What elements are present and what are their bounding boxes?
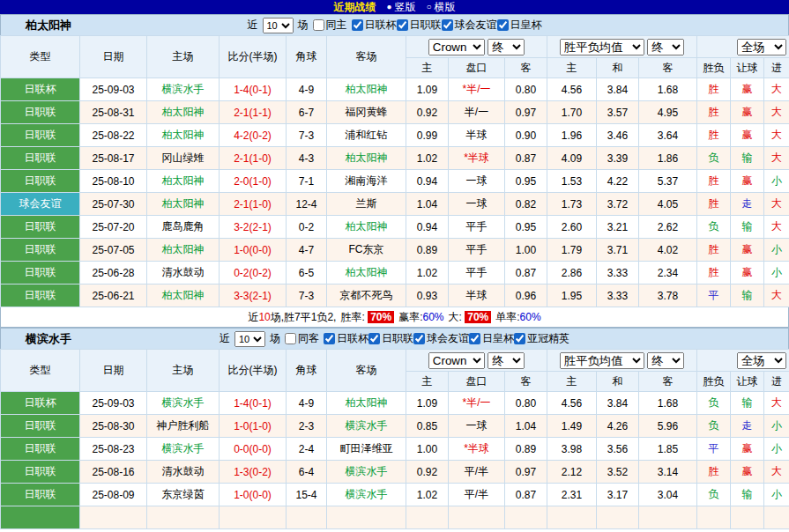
home-team-link[interactable]: 横滨水手 [147,392,220,415]
ah-final-select[interactable]: 终 [488,39,525,55]
ah-line [449,506,505,529]
ah-away-odds: 0.95 [505,216,547,239]
competition-filter[interactable]: 日联杯 [352,18,397,33]
scope-select[interactable]: 全场 [737,352,786,369]
competition-checkbox[interactable] [413,333,425,344]
match-row: 球会友谊25-07-30柏太阳神2-1(1-0)12-4兰斯1.04一球0.82… [1,193,789,216]
home-team-link[interactable]: 神户胜利船 [147,415,220,438]
eu-away-odds: 3.04 [639,484,697,506]
away-team-link[interactable]: 湘南海洋 [327,170,406,193]
layout-option-horizontal[interactable]: ○ 横版 [427,0,456,14]
result-overunder: 小 [764,170,789,193]
recent-label: 近 [220,331,230,346]
eu-home-odds: 2.60 [547,216,597,239]
competition-filter[interactable]: 日职联 [397,18,442,33]
recent-matches-table: 类型 日期 主场 比分(半场) 角球 客场 Crown 终 胜平负均值 终 全场 [0,35,789,307]
bookmaker-select[interactable]: Crown [428,39,485,55]
competition-checkbox[interactable] [368,333,380,344]
away-team-link[interactable]: 柏太阳神 [327,216,406,239]
home-team-link[interactable]: 冈山绿雉 [147,147,220,170]
competition-checkbox[interactable] [497,19,509,31]
layout-option-vertical[interactable]: ● 竖版 [386,0,415,14]
competition-filter[interactable]: 日职联 [368,331,413,346]
home-team-link[interactable]: 柏太阳神 [147,101,220,124]
away-team-link[interactable]: 京都不死鸟 [327,284,406,307]
home-team-link[interactable]: 柏太阳神 [147,239,220,262]
home-team-link[interactable]: 柏太阳神 [147,193,220,216]
home-team-link[interactable]: 鹿岛鹿角 [147,216,220,239]
match-type-badge: 日职联 [1,147,80,170]
home-team-link[interactable] [147,506,220,529]
competition-filter[interactable]: 亚冠精英 [514,331,569,346]
competition-filter[interactable]: 日皇杯 [497,18,542,33]
result-handicap: 赢 [731,438,764,461]
eu-avg-select[interactable]: 胜平负均值 [560,39,644,55]
eu-away-odds: 1.85 [639,438,697,461]
away-team-link[interactable] [327,506,406,529]
ah-home-odds: 1.02 [406,484,449,506]
away-team-link[interactable]: 横滨水手 [327,461,406,484]
competition-filter[interactable]: 球会友谊 [413,331,469,346]
home-team-link[interactable]: 柏太阳神 [147,284,220,307]
recent-count-select[interactable]: 10 [263,18,294,33]
team-name: 横滨水手 [26,331,71,347]
eu-final-select[interactable]: 终 [647,352,684,369]
competition-filter[interactable]: 球会友谊 [442,18,497,33]
bookmaker-select[interactable]: Crown [428,352,485,369]
away-team-link[interactable]: 柏太阳神 [327,147,406,170]
single-rate-label: 单率: [495,311,519,323]
away-team-link[interactable]: 柏太阳神 [327,78,406,101]
eu-home-odds: 4.56 [547,392,597,415]
away-team-link[interactable]: 横滨水手 [327,484,406,506]
profit-rate-value: 60% [423,311,444,323]
competition-label: 日皇杯 [482,331,514,346]
eu-final-select[interactable]: 终 [647,39,684,55]
away-team-link[interactable]: 町田泽维亚 [327,438,406,461]
same-venue-filter[interactable]: 同客 [285,331,319,346]
same-venue-checkbox[interactable] [285,333,296,344]
competition-checkbox[interactable] [442,19,453,31]
home-team-link[interactable]: 柏太阳神 [147,124,220,147]
away-team-link[interactable]: 柏太阳神 [327,392,406,415]
home-team-link[interactable]: 横滨水手 [147,78,220,101]
competition-filter[interactable]: 日皇杯 [469,331,514,346]
competition-checkbox[interactable] [397,19,408,31]
home-team-link[interactable]: 清水鼓动 [147,262,220,284]
ah-final-select[interactable]: 终 [488,352,525,369]
home-team-link[interactable]: 横滨水手 [147,438,220,461]
competition-checkbox[interactable] [324,333,335,344]
away-team-link[interactable]: 浦和红钻 [327,124,406,147]
away-team-link[interactable]: 横滨水手 [327,415,406,438]
same-venue-label: 同客 [298,331,319,346]
home-team-link[interactable]: 柏太阳神 [147,170,220,193]
same-venue-filter[interactable]: 同主 [313,18,347,33]
away-team-link[interactable]: 柏太阳神 [327,262,406,284]
match-score: 1-4(0-1) [220,392,287,415]
recent-matches-table: 类型 日期 主场 比分(半场) 角球 客场 Crown 终 胜平负均值 终 全场 [0,349,789,529]
match-score [220,506,287,529]
competition-checkbox[interactable] [469,333,480,344]
summary-bar: 近10场,胜7平1负2, 胜率: 70% 赢率:60% 大: 70% 单率:60… [0,307,789,328]
away-team-link[interactable]: 兰斯 [327,193,406,216]
match-score: 0-2(0-2) [220,262,287,284]
col-header-corners: 角球 [287,350,327,392]
away-team-link[interactable]: FC东京 [327,239,406,262]
eu-away-odds: 5.96 [639,415,697,438]
ah-away-odds: 0.90 [505,124,547,147]
competition-checkbox[interactable] [352,19,363,31]
col-header-home: 主场 [147,350,220,392]
eu-home-odds [547,506,597,529]
same-venue-checkbox[interactable] [313,19,324,31]
home-team-link[interactable]: 清水鼓动 [147,461,220,484]
match-date: 25-07-05 [80,239,147,262]
competition-filter[interactable]: 日联杯 [324,331,368,346]
scope-select[interactable]: 全场 [737,39,786,55]
match-row: 日职联25-06-21柏太阳神3-3(2-1)7-3京都不死鸟0.93半球0.9… [1,284,789,307]
recent-count-select[interactable]: 10 [234,331,265,347]
single-rate-value: 60% [520,311,541,323]
away-team-link[interactable]: 福冈黄蜂 [327,101,406,124]
eu-avg-select[interactable]: 胜平负均值 [560,352,644,369]
match-date: 25-09-03 [80,78,147,101]
home-team-link[interactable]: 东京绿茵 [147,484,220,506]
competition-checkbox[interactable] [514,333,525,344]
